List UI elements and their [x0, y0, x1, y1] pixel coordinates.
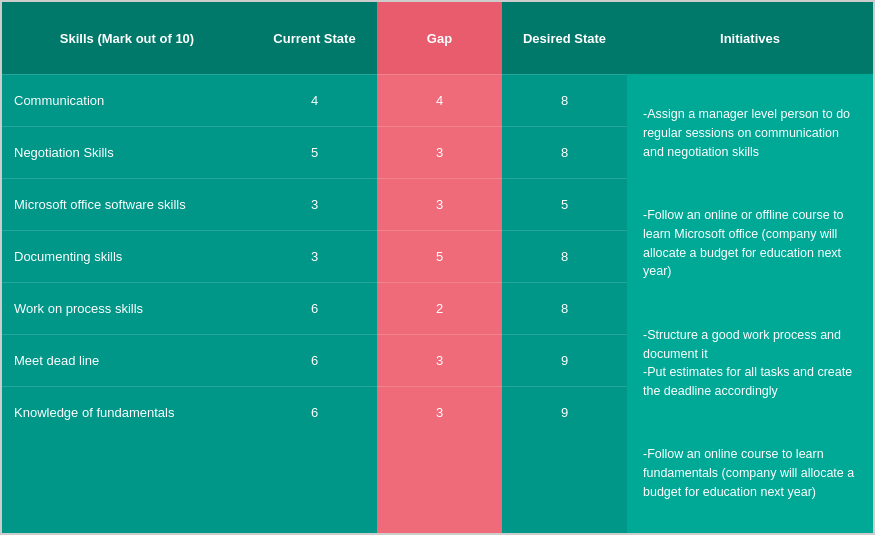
col-gap: Gap 4335233 [377, 2, 502, 533]
initiative-block: -Assign a manager level person to do reg… [643, 105, 857, 161]
desired-cell: 8 [502, 126, 627, 178]
initiative-block: -Follow an online course to learn fundam… [643, 445, 857, 501]
current-header-label: Current State [273, 31, 355, 46]
gap-cell: 4 [377, 74, 502, 126]
gap-cell: 2 [377, 282, 502, 334]
initiatives-header: Initiatives [627, 2, 873, 74]
current-cell: 3 [252, 178, 377, 230]
desired-header: Desired State [502, 2, 627, 74]
gap-cell: 3 [377, 178, 502, 230]
current-cell: 6 [252, 282, 377, 334]
skill-cell: Documenting skills [2, 230, 252, 282]
desired-cell: 8 [502, 74, 627, 126]
gap-header: Gap [377, 2, 502, 74]
skill-cell: Communication [2, 74, 252, 126]
desired-cell: 5 [502, 178, 627, 230]
current-body: 4533666 [252, 74, 377, 533]
skill-cell: Meet dead line [2, 334, 252, 386]
skill-cell: Microsoft office software skills [2, 178, 252, 230]
desired-cell: 8 [502, 230, 627, 282]
gap-cell: 3 [377, 334, 502, 386]
desired-cell: 9 [502, 334, 627, 386]
skills-table: Skills (Mark out of 10) CommunicationNeg… [0, 0, 875, 535]
current-cell: 3 [252, 230, 377, 282]
desired-body: 8858899 [502, 74, 627, 533]
skill-cell: Negotiation Skills [2, 126, 252, 178]
gap-body: 4335233 [377, 74, 502, 533]
desired-cell: 9 [502, 386, 627, 438]
gap-cell: 3 [377, 126, 502, 178]
initiative-block: -Structure a good work process and docum… [643, 326, 857, 401]
desired-cell: 8 [502, 282, 627, 334]
col-current: Current State 4533666 [252, 2, 377, 533]
current-cell: 6 [252, 386, 377, 438]
initiative-block: -Follow an online or offline course to l… [643, 206, 857, 281]
current-header: Current State [252, 2, 377, 74]
desired-header-label: Desired State [523, 31, 606, 46]
gap-cell: 3 [377, 386, 502, 438]
current-cell: 6 [252, 334, 377, 386]
col-desired: Desired State 8858899 [502, 2, 627, 533]
col-skills: Skills (Mark out of 10) CommunicationNeg… [2, 2, 252, 533]
skills-header-label: Skills (Mark out of 10) [60, 31, 194, 46]
skills-body: CommunicationNegotiation SkillsMicrosoft… [2, 74, 252, 533]
initiatives-body: -Assign a manager level person to do reg… [627, 74, 873, 533]
current-cell: 4 [252, 74, 377, 126]
gap-header-label: Gap [427, 31, 452, 46]
current-cell: 5 [252, 126, 377, 178]
skill-cell: Work on process skills [2, 282, 252, 334]
gap-cell: 5 [377, 230, 502, 282]
col-initiatives: Initiatives -Assign a manager level pers… [627, 2, 873, 533]
skill-cell: Knowledge of fundamentals [2, 386, 252, 438]
initiatives-header-label: Initiatives [720, 31, 780, 46]
skills-header: Skills (Mark out of 10) [2, 2, 252, 74]
